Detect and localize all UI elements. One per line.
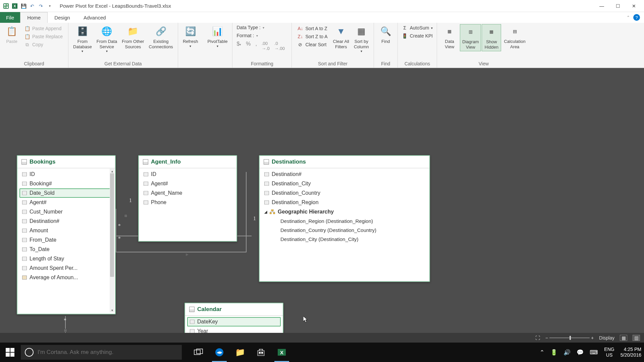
start-button[interactable] — [0, 343, 20, 362]
diagram-canvas[interactable]: * 1 ▸ * 1 * 1 Bookings ID Booking# Date_… — [0, 68, 644, 333]
zoom-in-icon[interactable]: + — [591, 335, 594, 341]
table-bookings[interactable]: Bookings ID Booking# Date_Sold Agent# Cu… — [17, 155, 116, 314]
minimize-button[interactable]: — — [598, 3, 605, 9]
comma-format-icon[interactable]: , — [256, 41, 257, 51]
table-header[interactable]: Agent_Info — [139, 156, 236, 168]
field-agent-name[interactable]: Agent_Name — [141, 188, 234, 198]
sort-az-button[interactable]: A↓Sort A to Z — [296, 25, 329, 32]
field-destination-num[interactable]: Destination# — [262, 170, 427, 179]
field-agent-num[interactable]: Agent# — [19, 198, 113, 207]
excel-icon[interactable]: X — [11, 3, 18, 9]
hierarchy-level-city[interactable]: Destination_City (Destination_City) — [262, 235, 427, 244]
table-calendar[interactable]: Calendar DateKey Year MonthNumber — [184, 303, 283, 333]
field-agent-num[interactable]: Agent# — [141, 179, 234, 188]
field-from-date[interactable]: From_Date — [19, 235, 113, 245]
field-date-sold[interactable]: Date_Sold — [19, 188, 113, 198]
field-amount[interactable]: Amount — [19, 226, 113, 235]
zoom-out-icon[interactable]: − — [545, 335, 548, 341]
cortana-search[interactable] — [21, 345, 182, 360]
zoom-thumb[interactable] — [570, 336, 571, 340]
data-view-toggle-icon[interactable]: ▦ — [620, 335, 627, 341]
hierarchy-level-country[interactable]: Destination_Country (Destination_Country… — [262, 226, 427, 235]
scrollbar-thumb[interactable] — [110, 173, 114, 277]
battery-icon[interactable]: 🔋 — [550, 349, 557, 356]
paste-button[interactable]: 📋 Paste — [3, 24, 21, 46]
edge-browser-icon[interactable] — [209, 343, 229, 362]
expand-icon[interactable]: ◢ — [264, 210, 267, 214]
currency-format-icon[interactable]: $▾ — [236, 41, 241, 51]
percent-format-icon[interactable]: % — [246, 41, 251, 51]
field-length-of-stay[interactable]: Length of Stay — [19, 254, 113, 263]
volume-icon[interactable]: 🔊 — [564, 349, 571, 356]
table-header[interactable]: Destinations — [260, 156, 429, 168]
help-icon[interactable]: ? — [633, 14, 640, 21]
from-other-sources-button[interactable]: 📁From Other Sources — [120, 24, 146, 51]
tab-advanced[interactable]: Advanced — [77, 12, 113, 23]
field-phone[interactable]: Phone — [141, 198, 234, 207]
redo-icon[interactable]: ↷ — [38, 3, 44, 9]
diagram-view-button[interactable]: ▥Diagram View — [460, 24, 481, 51]
close-button[interactable]: ✕ — [631, 3, 637, 9]
tab-file[interactable]: File — [0, 12, 20, 23]
field-destination-city[interactable]: Destination_City — [262, 179, 427, 188]
clear-filters-button[interactable]: ▼Clear All Filters — [331, 24, 351, 51]
field-destination-country[interactable]: Destination_Country — [262, 188, 427, 198]
field-booking-num[interactable]: Booking# — [19, 179, 113, 188]
collapse-ribbon-icon[interactable]: ⌃ — [627, 15, 630, 20]
clear-sort-button[interactable]: ⊘Clear Sort — [296, 41, 329, 48]
field-to-date[interactable]: To_Date — [19, 245, 113, 254]
show-hidden-button[interactable]: ▦Show Hidden — [482, 24, 501, 51]
copy-button[interactable]: ⧉Copy — [23, 41, 64, 48]
file-explorer-icon[interactable]: 📁 — [230, 343, 250, 362]
search-input[interactable] — [38, 349, 178, 356]
field-destination-region[interactable]: Destination_Region — [262, 198, 427, 207]
field-destination-num[interactable]: Destination# — [19, 217, 113, 226]
fit-to-screen-icon[interactable]: ⛶ — [535, 335, 540, 341]
scroll-down-icon[interactable]: ▾ — [110, 308, 114, 312]
field-id[interactable]: ID — [141, 170, 234, 179]
format-selector[interactable]: Format : ▾ — [235, 32, 289, 39]
relationship-line[interactable] — [246, 172, 247, 252]
table-destinations[interactable]: Destinations Destination# Destination_Ci… — [259, 155, 430, 282]
excel-app-icon[interactable]: X — [272, 343, 292, 362]
pivottable-button[interactable]: 📊PivotTable▾ — [205, 24, 229, 50]
existing-connections-button[interactable]: 🔗Existing Connections — [147, 24, 175, 51]
relationship-line[interactable] — [116, 252, 247, 252]
clock[interactable]: 4:25 PM5/20/2016 — [621, 347, 641, 358]
table-agent-info[interactable]: Agent_Info ID Agent# Agent_Name Phone — [138, 155, 237, 242]
scroll-up-icon[interactable]: ▴ — [110, 169, 114, 173]
field-amount-spent-per[interactable]: Amount Spent Per... — [19, 263, 113, 273]
field-datekey[interactable]: DateKey — [187, 317, 281, 326]
field-id[interactable]: ID — [19, 170, 113, 179]
undo-icon[interactable]: ↶ — [29, 3, 36, 9]
relationship-endpoint[interactable] — [124, 214, 127, 218]
paste-replace-button[interactable]: 📋Paste Replace — [23, 33, 64, 40]
field-year[interactable]: Year — [187, 326, 281, 333]
relationship-line[interactable] — [116, 209, 116, 252]
action-center-icon[interactable]: 💬 — [577, 349, 584, 356]
data-view-button[interactable]: ▦Data View — [440, 24, 459, 51]
tab-design[interactable]: Design — [48, 12, 77, 23]
calculation-area-button[interactable]: ▤Calculation Area — [502, 24, 527, 51]
data-type-selector[interactable]: Data Type : ▾ — [235, 24, 289, 31]
autosum-button[interactable]: ΣAutoSum ▾ — [400, 24, 434, 32]
maximize-button[interactable]: ☐ — [614, 3, 621, 9]
tab-home[interactable]: Home — [20, 12, 48, 23]
keyboard-icon[interactable]: ⌨ — [590, 349, 598, 356]
sort-by-column-button[interactable]: ▦Sort by Column▾ — [352, 24, 371, 55]
save-icon[interactable]: 💾 — [20, 3, 27, 9]
increase-decimal-icon[interactable]: .00→.0 — [262, 41, 270, 51]
zoom-slider[interactable]: − + — [545, 335, 594, 341]
hierarchy-level-region[interactable]: Destination_Region (Destination_Region) — [262, 217, 427, 226]
tray-expand-icon[interactable]: ⌃ — [540, 349, 544, 356]
field-average-of-amount[interactable]: Average of Amoun... — [19, 273, 113, 282]
sort-za-button[interactable]: Z↓Sort Z to A — [296, 33, 329, 40]
language-indicator[interactable]: ENGUS — [604, 347, 614, 358]
table-header[interactable]: Bookings — [17, 156, 115, 168]
scrollbar[interactable]: ▴ ▾ — [110, 169, 114, 312]
refresh-button[interactable]: 🔄Refresh▾ — [181, 24, 200, 50]
diagram-view-toggle-icon[interactable]: ▥ — [633, 335, 640, 341]
from-database-button[interactable]: 🗄️From Database▾ — [71, 24, 94, 55]
task-view-icon[interactable] — [189, 343, 209, 362]
find-button[interactable]: 🔍Find — [377, 24, 395, 46]
